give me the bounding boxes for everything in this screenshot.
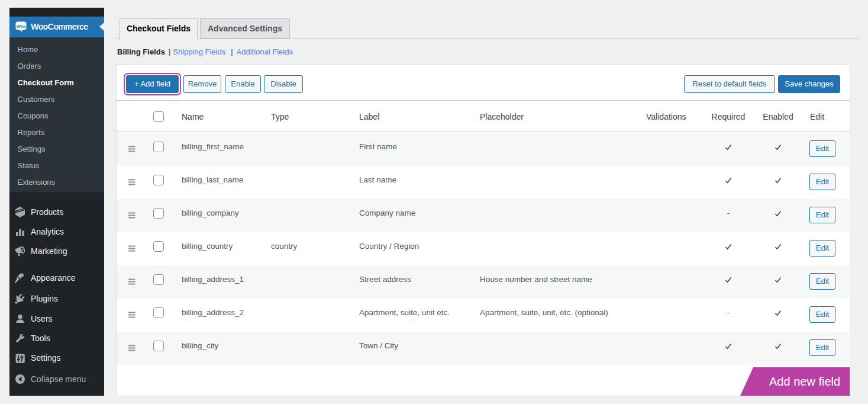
svg-text:Woo: Woo: [16, 24, 26, 29]
